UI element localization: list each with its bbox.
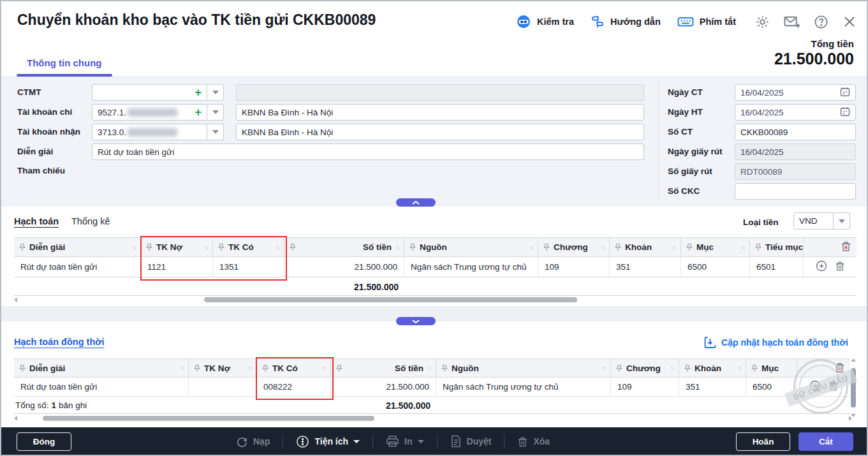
h-scrollbar-accounting[interactable] bbox=[14, 297, 857, 302]
cell-so-tien[interactable]: 21.500.000 bbox=[330, 378, 436, 396]
scrollbar-thumb[interactable] bbox=[204, 297, 577, 302]
update-simultaneous-link[interactable]: Cập nhật hạch toán đồng thời bbox=[704, 336, 848, 349]
simultaneous-table-row[interactable]: Rút dự toán tiền gửi 008222 21.500.000 N… bbox=[14, 378, 850, 397]
column-header-tk-co[interactable]: TK Có↑↓ bbox=[256, 359, 330, 377]
cell-tieu-muc[interactable]: 6501 bbox=[749, 257, 803, 277]
cell-so-tien[interactable]: 21.500.000 bbox=[284, 257, 404, 277]
delete-all-rows-icon[interactable] bbox=[834, 362, 845, 375]
cell-chuong[interactable]: 109 bbox=[538, 257, 609, 277]
column-header-khoan[interactable]: Khoản↑↓ bbox=[609, 238, 680, 256]
cell-khoan[interactable]: 351 bbox=[609, 257, 680, 277]
scroll-left-arrow[interactable] bbox=[14, 297, 17, 302]
column-header-muc[interactable]: Mục bbox=[746, 359, 797, 377]
add-row-icon[interactable] bbox=[816, 260, 827, 274]
column-header-chuong[interactable]: Chương↑↓ bbox=[538, 238, 609, 256]
footer-separator bbox=[504, 434, 504, 448]
add-row-icon[interactable] bbox=[809, 380, 821, 393]
add-tai-khoan-chi-icon[interactable]: + bbox=[195, 107, 202, 118]
currency-dropdown-button[interactable] bbox=[834, 212, 850, 230]
so-ckc-input[interactable] bbox=[735, 183, 856, 200]
h-scrollbar-simultaneous[interactable] bbox=[14, 416, 843, 421]
add-ctmt-icon[interactable]: + bbox=[195, 87, 202, 98]
currency-select[interactable]: VND bbox=[793, 212, 834, 230]
cell-khoan[interactable]: 351 bbox=[679, 378, 746, 396]
scroll-up-arrow[interactable] bbox=[851, 358, 856, 362]
tab-hach-toan[interactable]: Hạch toán bbox=[14, 216, 59, 226]
ctmt-input[interactable]: + bbox=[92, 84, 207, 101]
delete-row-icon[interactable] bbox=[835, 260, 845, 274]
print-button[interactable]: In bbox=[386, 435, 423, 448]
so-ct-value: CKKB00089 bbox=[740, 128, 788, 137]
postpone-button[interactable]: Hoãn bbox=[736, 432, 790, 451]
cell-chuong[interactable]: 109 bbox=[610, 378, 679, 396]
cell-muc[interactable]: 6500 bbox=[680, 257, 749, 277]
ctmt-dropdown-button[interactable] bbox=[207, 84, 224, 101]
tai-khoan-chi-dropdown-button[interactable] bbox=[207, 104, 224, 121]
approve-button[interactable]: Duyệt bbox=[450, 435, 492, 448]
ngay-ht-input[interactable]: 16/04/2025 bbox=[735, 104, 856, 121]
cut-button[interactable]: Cắt bbox=[798, 432, 853, 451]
column-header-so-tien[interactable]: Số tiền↑↓ bbox=[330, 359, 436, 377]
dien-giai-input[interactable]: Rút dự toán tiền gửi bbox=[92, 143, 644, 160]
tai-khoan-chi-input[interactable]: 9527.1. + bbox=[92, 104, 207, 121]
column-header-dien-giai[interactable]: Diễn giải↑↓ bbox=[14, 238, 140, 256]
calendar-icon[interactable] bbox=[840, 87, 850, 99]
column-header-tk-co[interactable]: TK Có↑↓ bbox=[212, 238, 284, 256]
column-header-chuong[interactable]: Chương↑↓ bbox=[610, 359, 679, 377]
cell-nguon[interactable]: Ngân sách Trung ương tự chủ bbox=[404, 257, 538, 277]
cell-tk-co[interactable]: 1351 bbox=[212, 257, 284, 277]
cell-tk-co[interactable]: 008222 bbox=[256, 378, 330, 396]
reload-button[interactable]: Nạp bbox=[236, 436, 270, 448]
simultaneous-section-link[interactable]: Hạch toán đồng thời bbox=[14, 337, 105, 347]
column-header-muc[interactable]: Mục↑↓ bbox=[680, 238, 749, 256]
check-button[interactable]: Kiểm tra bbox=[516, 14, 574, 29]
cell-tk-no[interactable] bbox=[188, 378, 256, 396]
pin-icon bbox=[751, 364, 758, 372]
so-ct-input[interactable]: CKKB00089 bbox=[735, 124, 856, 140]
tab-general-info[interactable]: Thông tin chung bbox=[27, 57, 101, 68]
scroll-down-arrow[interactable] bbox=[851, 414, 856, 417]
close-button[interactable]: Đóng bbox=[17, 432, 71, 451]
delete-all-rows-icon[interactable] bbox=[841, 240, 851, 254]
chevron-down-icon bbox=[411, 319, 420, 324]
cell-muc[interactable]: 6500 bbox=[746, 378, 797, 396]
scrollbar-thumb[interactable] bbox=[43, 416, 374, 421]
chevron-down-icon bbox=[353, 440, 360, 443]
column-header-tieu-muc[interactable]: Tiểu mục bbox=[749, 238, 803, 256]
collapse-form-button[interactable] bbox=[396, 198, 436, 207]
column-header-so-tien[interactable]: Số tiền↑↓ bbox=[284, 238, 404, 256]
tab-thong-ke[interactable]: Thống kê bbox=[71, 216, 110, 226]
delete-button[interactable]: Xóa bbox=[517, 436, 550, 448]
scrollbar-thumb[interactable] bbox=[851, 368, 856, 408]
guide-button[interactable]: Hướng dẫn bbox=[591, 15, 661, 29]
scroll-left-arrow[interactable] bbox=[14, 416, 17, 421]
record-count-value: 1 bbox=[52, 401, 57, 410]
delete-row-icon[interactable] bbox=[828, 380, 839, 393]
mail-forward-icon[interactable] bbox=[784, 15, 800, 29]
utilities-button[interactable]: Tiện ích bbox=[296, 435, 360, 448]
column-header-dien-giai[interactable]: Diễn giải↑↓ bbox=[14, 359, 188, 377]
collapse-simultaneous-button[interactable] bbox=[396, 317, 436, 325]
column-header-khoan[interactable]: Khoản↑↓ bbox=[679, 359, 746, 377]
cell-dien-giai[interactable]: Rút dự toán tiền gửi bbox=[14, 378, 188, 396]
column-header-tk-no[interactable]: TK Nợ↑↓ bbox=[188, 359, 256, 377]
column-header-nguon[interactable]: Nguồn↑↓ bbox=[404, 238, 538, 256]
help-icon[interactable] bbox=[814, 15, 828, 29]
column-header-tk-no[interactable]: TK Nợ↑↓ bbox=[140, 238, 212, 256]
column-header-nguon[interactable]: Nguồn↑↓ bbox=[436, 359, 610, 377]
shortcut-button[interactable]: Phím tắt bbox=[677, 15, 736, 28]
tai-khoan-nhan-input[interactable]: 3713.0. bbox=[92, 124, 207, 140]
calendar-icon[interactable] bbox=[840, 107, 850, 119]
cell-nguon[interactable]: Ngân sách Trung ương tự chủ bbox=[436, 378, 610, 396]
close-icon[interactable] bbox=[842, 15, 857, 29]
cell-dien-giai[interactable]: Rút dự toán tiền gửi bbox=[14, 257, 140, 277]
pin-icon bbox=[543, 243, 550, 251]
record-count: Tổng số: 1 bản ghi bbox=[15, 401, 87, 410]
cell-tk-no[interactable]: 1121 bbox=[140, 257, 212, 277]
tai-khoan-nhan-dropdown-button[interactable] bbox=[207, 124, 224, 140]
ngay-ct-input[interactable]: 16/04/2025 bbox=[735, 84, 856, 101]
settings-icon[interactable] bbox=[755, 15, 770, 29]
footer-separator bbox=[283, 434, 283, 448]
accounting-table-row[interactable]: Rút dự toán tiền gửi 1121 1351 21.500.00… bbox=[14, 257, 857, 277]
v-scrollbar-simultaneous[interactable] bbox=[850, 358, 857, 417]
